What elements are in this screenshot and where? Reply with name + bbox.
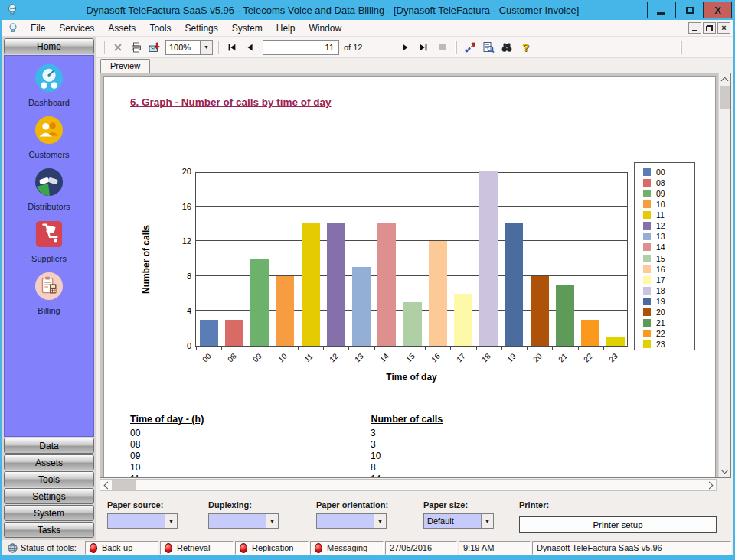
horizontal-scrollbar-thumb[interactable] — [112, 480, 136, 490]
sidebar-item-distributors[interactable]: Distributors — [5, 168, 93, 211]
scroll-down-button[interactable] — [719, 465, 730, 477]
dashboard-icon — [34, 63, 64, 96]
menu-bar: FileServicesAssetsToolsSettingsSystemHel… — [2, 20, 733, 37]
table-header-row: Time of day - (h) Number of calls — [130, 412, 707, 425]
sidebar-section-assets[interactable]: Assets — [4, 454, 94, 470]
page-count-label: of 12 — [344, 43, 362, 52]
sidebar-item-dashboard[interactable]: Dashboard — [5, 63, 93, 107]
menu-services[interactable]: Services — [52, 21, 101, 35]
minimize-icon — [657, 12, 665, 15]
vertical-scrollbar[interactable] — [718, 73, 730, 477]
x-axis-tick — [603, 347, 604, 350]
help-button[interactable]: ? — [516, 39, 534, 56]
sidebar-item-billing[interactable]: Billing — [5, 272, 93, 315]
legend-item: 17 — [643, 275, 694, 285]
mdi-close-button[interactable]: × — [717, 22, 730, 34]
last-page-button[interactable] — [414, 39, 433, 56]
legend-swatch-15 — [643, 255, 651, 262]
vertical-scrollbar-thumb[interactable] — [720, 86, 730, 109]
mdi-restore-button[interactable] — [703, 22, 716, 34]
sidebar-item-suppliers[interactable]: Suppliers — [5, 220, 93, 263]
app-window: Dynasoft TeleFactura SaaS v5.96 - Teleco… — [0, 0, 735, 560]
status-light-icon — [240, 543, 247, 553]
x-axis-label: 13 — [348, 347, 371, 369]
sidebar-section-home[interactable]: Home — [4, 38, 94, 54]
window-body: FileServicesAssetsToolsSettingsSystemHel… — [2, 20, 733, 555]
printer-setup-button[interactable]: Printer setup — [519, 516, 717, 533]
sidebar-section-settings[interactable]: Settings — [4, 488, 94, 504]
minimize-button[interactable] — [647, 2, 675, 18]
status-tool-back-up: Back-up — [85, 541, 158, 555]
preview-panel: 6. Graph - Number of calls by time of da… — [100, 73, 731, 478]
duplexing-dropdown[interactable]: ▼ — [208, 513, 279, 529]
data-link-button[interactable] — [461, 39, 479, 56]
sidebar-section-tasks[interactable]: Tasks — [4, 522, 94, 538]
export-button[interactable] — [145, 39, 164, 56]
maximize-button[interactable] — [675, 2, 704, 18]
table-cell-calls: 14 — [368, 474, 381, 477]
previous-page-button[interactable] — [241, 39, 260, 56]
legend-swatch-10 — [643, 200, 651, 208]
stop-button[interactable] — [433, 39, 451, 56]
document-preview-button[interactable] — [479, 39, 498, 56]
chevron-down-icon[interactable]: ▼ — [165, 514, 177, 528]
legend-swatch-20 — [643, 308, 651, 316]
legend-item: 19 — [643, 296, 694, 307]
page-margin: 6. Graph - Number of calls by time of da… — [100, 73, 718, 477]
chevron-down-icon[interactable]: ▼ — [200, 41, 212, 54]
menu-help[interactable]: Help — [270, 21, 302, 35]
chevron-down-icon[interactable]: ▼ — [481, 514, 493, 528]
preview-toolbar: 100% ▼ of 12 — [96, 37, 733, 58]
x-axis-label: 18 — [475, 347, 498, 369]
scroll-right-button[interactable] — [704, 480, 716, 490]
menu-app-icon — [7, 23, 19, 34]
close-preview-button[interactable] — [109, 39, 127, 56]
paper-orientation-dropdown[interactable]: ▼ — [316, 513, 387, 529]
scroll-up-button[interactable] — [719, 73, 730, 86]
legend-label: 10 — [656, 200, 665, 209]
print-button[interactable] — [127, 39, 145, 56]
legend-item: 13 — [643, 231, 694, 242]
close-button[interactable]: X — [704, 2, 732, 18]
table-row: 0910 — [130, 448, 707, 460]
sidebar-section-data[interactable]: Data — [4, 438, 94, 454]
sidebar-item-customers[interactable]: Customers — [5, 116, 93, 159]
x-axis-label: 22 — [577, 347, 599, 369]
sidebar-section-system[interactable]: System — [4, 505, 94, 521]
chevron-down-icon[interactable]: ▼ — [374, 514, 386, 528]
toolbar-gripper — [217, 41, 219, 54]
menu-assets[interactable]: Assets — [101, 21, 142, 35]
sidebar-section-tools[interactable]: Tools — [4, 471, 94, 487]
horizontal-scrollbar[interactable] — [100, 479, 717, 491]
paper-size-dropdown[interactable]: Default▼ — [423, 513, 494, 529]
menu-settings[interactable]: Settings — [178, 21, 224, 35]
chevron-down-icon[interactable]: ▼ — [266, 514, 278, 528]
menu-tools[interactable]: Tools — [142, 21, 178, 35]
menu-window[interactable]: Window — [302, 21, 348, 35]
mdi-minimize-button[interactable] — [688, 22, 701, 34]
menu-file[interactable]: File — [24, 21, 52, 35]
bar-22 — [581, 320, 599, 346]
scroll-left-button[interactable] — [100, 480, 112, 490]
paper-source-dropdown[interactable]: ▼ — [107, 513, 178, 529]
next-page-button[interactable] — [396, 39, 414, 56]
bar-13 — [352, 267, 371, 346]
x-axis-tick — [273, 347, 273, 350]
chart-plot-area — [195, 172, 628, 347]
x-axis-label: 17 — [449, 347, 472, 369]
zoom-dropdown[interactable]: 100% ▼ — [165, 40, 213, 55]
first-page-button[interactable] — [223, 39, 241, 56]
tab-preview[interactable]: Preview — [100, 59, 150, 73]
chart-legend: 0008091011121314151617181920212223 — [634, 162, 695, 350]
legend-swatch-11 — [643, 211, 651, 219]
legend-item: 00 — [643, 167, 694, 177]
status-date: 27/05/2016 — [385, 541, 457, 555]
data-link-icon — [464, 41, 476, 54]
menu-system[interactable]: System — [225, 21, 270, 35]
page-number-input[interactable] — [263, 40, 339, 55]
legend-item: 09 — [643, 188, 694, 199]
app-logo-icon — [6, 4, 18, 16]
legend-label: 17 — [656, 275, 665, 285]
legend-item: 15 — [643, 253, 694, 264]
find-button[interactable] — [498, 39, 516, 56]
